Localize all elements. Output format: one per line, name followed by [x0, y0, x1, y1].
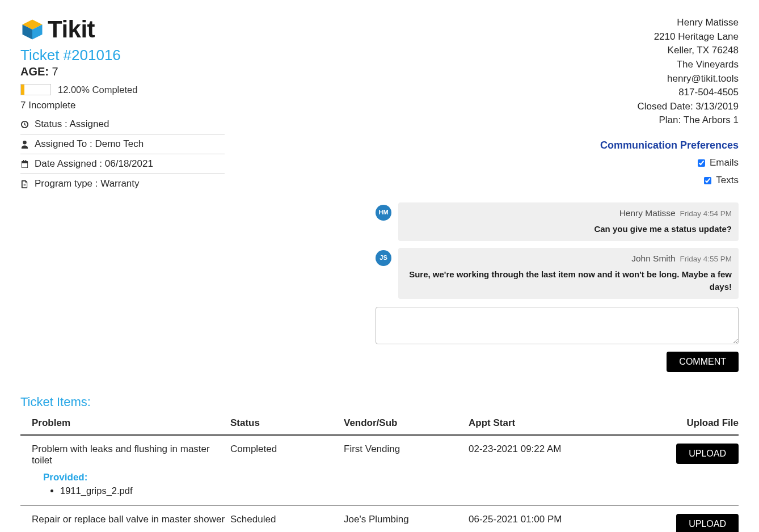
- col-upload: Upload File: [610, 413, 739, 435]
- item-status: Scheduled: [230, 506, 344, 532]
- item-appt: 02-23-2021 09:22 AM: [469, 435, 610, 506]
- upload-button[interactable]: UPLOAD: [676, 514, 739, 532]
- pref-emails-checkbox[interactable]: [698, 159, 705, 167]
- pref-emails-label: Emails: [710, 156, 739, 170]
- col-status: Status: [230, 413, 344, 435]
- item-appt: 06-25-2021 01:00 PM: [469, 506, 610, 532]
- comment-input[interactable]: [376, 307, 739, 344]
- item-status: Completed: [230, 435, 344, 506]
- chat-message: HMHenry Matisse Friday 4:54 PMCan you gi…: [376, 202, 739, 241]
- pref-texts-checkbox[interactable]: [704, 177, 711, 184]
- document-icon: [20, 180, 29, 188]
- avatar: HM: [376, 205, 391, 221]
- item-vendor: Joe's Plumbing: [344, 506, 469, 532]
- ticket-age: AGE: 7: [20, 65, 225, 78]
- chat-timestamp: Friday 4:54 PM: [678, 209, 732, 218]
- brand-logo: Tikit: [20, 16, 225, 43]
- chat-body: Sure, we're working through the last ite…: [405, 268, 732, 293]
- incomplete-count: 7 Incomplete: [20, 100, 225, 111]
- meta-status: Status : Assigned: [20, 115, 225, 134]
- tikit-logo-icon: [20, 18, 44, 41]
- chat-bubble: John Smith Friday 4:55 PMSure, we're wor…: [398, 248, 739, 299]
- item-problem: Repair or replace ball valve in master s…: [32, 514, 230, 525]
- customer-email: henry@tikit.tools: [376, 72, 739, 86]
- customer-closed-date: Closed Date: 3/13/2019: [376, 100, 739, 114]
- calendar-icon: [20, 160, 29, 168]
- chat-timestamp: Friday 4:55 PM: [678, 255, 732, 263]
- meta-date-assigned: Date Assigned : 06/18/2021: [20, 154, 225, 174]
- item-vendor: First Vending: [344, 435, 469, 506]
- progress-bar: [20, 84, 51, 95]
- table-row: Problem with leaks and flushing in maste…: [20, 435, 739, 506]
- item-problem: Problem with leaks and flushing in maste…: [32, 444, 230, 466]
- avatar: JS: [376, 250, 391, 266]
- col-problem: Problem: [20, 413, 230, 435]
- customer-phone: 817-504-4505: [376, 86, 739, 100]
- ticket-items-table: Problem Status Vendor/Sub Appt Start Upl…: [20, 413, 739, 532]
- chat-author: Henry Matisse: [619, 208, 676, 218]
- upload-button[interactable]: UPLOAD: [676, 444, 739, 464]
- customer-plan: Plan: The Arbors 1: [376, 113, 739, 128]
- meta-program-type: Program type : Warranty: [20, 174, 225, 193]
- customer-name: Henry Matisse: [376, 16, 739, 30]
- clock-icon: [20, 120, 29, 129]
- customer-address1: 2210 Heritage Lane: [376, 30, 739, 44]
- brand-name: Tikit: [48, 16, 95, 43]
- provided-label: Provided:: [43, 472, 230, 483]
- ticket-number: Ticket #201016: [20, 47, 225, 64]
- col-appt: Appt Start: [469, 413, 610, 435]
- comm-prefs-title: Communication Preferences: [376, 138, 739, 153]
- chat-author: John Smith: [631, 254, 676, 263]
- col-vendor: Vendor/Sub: [344, 413, 469, 435]
- meta-assigned-to: Assigned To : Demo Tech: [20, 134, 225, 154]
- ticket-items-title: Ticket Items:: [20, 395, 739, 409]
- provided-file[interactable]: 1911_grips_2.pdf: [60, 485, 230, 496]
- progress-text: 12.00% Completed: [58, 85, 137, 95]
- chat-message: JSJohn Smith Friday 4:55 PMSure, we're w…: [376, 248, 739, 299]
- customer-community: The Vineyards: [376, 58, 739, 72]
- customer-address2: Keller, TX 76248: [376, 44, 739, 58]
- table-row: Repair or replace ball valve in master s…: [20, 506, 739, 532]
- comment-button[interactable]: COMMENT: [667, 352, 739, 372]
- user-icon: [20, 140, 29, 149]
- pref-texts-label: Texts: [716, 174, 739, 188]
- chat-bubble: Henry Matisse Friday 4:54 PMCan you give…: [398, 202, 739, 241]
- chat-body: Can you give me a status update?: [405, 223, 732, 235]
